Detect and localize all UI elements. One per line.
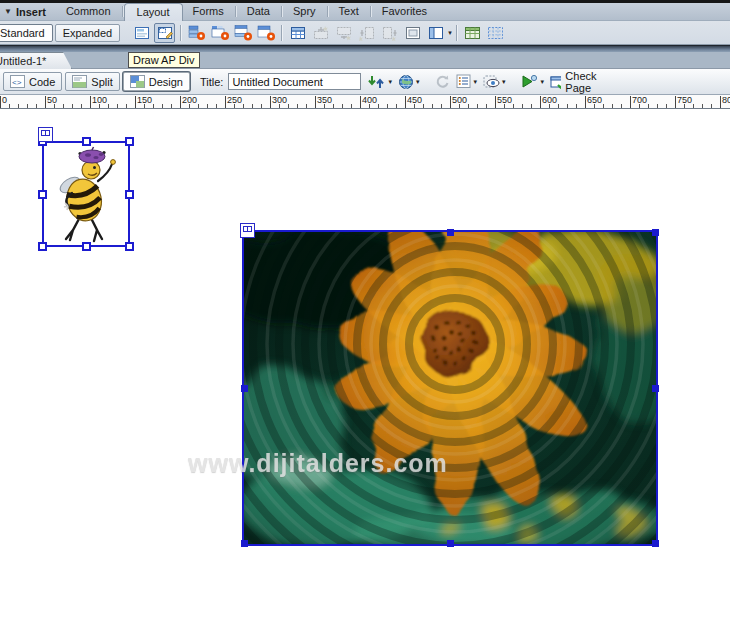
horizontal-ruler[interactable]: 0501001502002503003504004505005506006507… — [0, 95, 730, 109]
ruler-tick — [216, 104, 217, 108]
draw-ap-div-icon[interactable] — [154, 23, 175, 43]
resize-handle-sw[interactable] — [241, 540, 248, 547]
resize-handle-n[interactable] — [82, 137, 91, 146]
ap-div-anchor-handle[interactable] — [240, 223, 255, 238]
visual-aids-icon[interactable]: ▾ — [483, 74, 506, 89]
tab-divider — [281, 6, 282, 17]
ruler-tick — [261, 104, 262, 108]
frames-icon[interactable] — [425, 23, 446, 43]
svg-text:<>: <> — [12, 78, 22, 87]
insert-panel-title: Insert — [16, 6, 46, 18]
frames-dropdown-arrow-icon[interactable]: ▾ — [448, 29, 452, 37]
ruler-tick — [324, 104, 325, 108]
ruler-tick — [108, 104, 109, 108]
toolbar-separator — [180, 25, 181, 41]
ruler-tick — [459, 104, 460, 108]
insert-div-tag-icon[interactable] — [131, 23, 152, 43]
ruler-tick — [342, 104, 343, 108]
dropdown-arrow-icon: ▾ — [416, 78, 420, 86]
standard-mode-button[interactable]: Standard — [0, 24, 53, 42]
resize-handle-ne[interactable] — [125, 137, 134, 146]
preview-in-browser-icon[interactable]: ▾ — [398, 74, 420, 90]
resize-handle-s[interactable] — [82, 242, 91, 251]
tab-divider — [122, 6, 123, 17]
collapse-triangle-icon: ▼ — [4, 7, 12, 16]
resize-handle-ne[interactable] — [652, 229, 659, 236]
check-page-button[interactable]: Check Page — [550, 70, 603, 94]
view-options-icon[interactable]: ▾ — [456, 74, 477, 89]
resize-handle-se[interactable] — [652, 540, 659, 547]
code-label: Code — [29, 76, 55, 88]
title-input[interactable] — [228, 73, 361, 90]
code-view-button[interactable]: <> Code — [3, 72, 62, 91]
resize-handle-e[interactable] — [652, 385, 659, 392]
split-icon — [72, 75, 87, 88]
spry-menu-bar-icon[interactable] — [186, 23, 207, 43]
ruler-tick — [621, 104, 622, 108]
resize-handle-w[interactable] — [241, 385, 248, 392]
spry-collapsible-panel-icon[interactable] — [255, 23, 276, 43]
resize-handle-s[interactable] — [447, 540, 454, 547]
tabular-data-icon[interactable] — [462, 23, 483, 43]
insert-tab-data[interactable]: Data — [237, 3, 280, 20]
file-management-icon[interactable]: ▾ — [367, 74, 392, 90]
flower-ripple-picture — [244, 232, 656, 544]
insert-tab-layout[interactable]: Layout — [124, 3, 183, 22]
code-icon: <> — [10, 75, 25, 88]
validate-markup-icon[interactable]: ▾ — [521, 74, 544, 89]
insert-row-above-icon[interactable] — [310, 23, 331, 43]
ruler-tick — [558, 104, 559, 108]
table-icon[interactable] — [287, 23, 308, 43]
insert-panel-header[interactable]: ▼ Insert — [0, 6, 56, 18]
ruler-tick — [441, 104, 442, 108]
design-canvas[interactable]: www.dijitalders.com — [0, 109, 730, 635]
resize-handle-se[interactable] — [125, 242, 134, 251]
split-view-button[interactable]: Split — [65, 72, 119, 91]
ruler-tick — [54, 104, 55, 108]
ruler-tick — [117, 104, 118, 108]
ruler-tick — [198, 104, 199, 108]
document-tab[interactable]: Untitled-1* — [0, 52, 72, 69]
bee-ap-div[interactable] — [42, 141, 130, 247]
spry-accordion-icon[interactable] — [232, 23, 253, 43]
resize-handle-w[interactable] — [38, 190, 47, 199]
resize-handle-sw[interactable] — [38, 242, 47, 251]
insert-row-below-icon[interactable] — [333, 23, 354, 43]
ruler-tick — [684, 104, 685, 108]
ruler-tick — [603, 104, 604, 108]
design-view-button[interactable]: Design — [123, 72, 190, 91]
ruler-tick — [234, 104, 235, 108]
bee-clipart-image — [44, 143, 128, 245]
resize-handle-e[interactable] — [125, 190, 134, 199]
ruler-tick — [306, 104, 307, 108]
ruler-tick — [36, 104, 37, 108]
ruler-tick — [405, 96, 406, 108]
spry-tabbed-panels-icon[interactable] — [209, 23, 230, 43]
ruler-tick — [576, 104, 577, 108]
ruler-tick — [657, 104, 658, 108]
tab-divider — [235, 6, 236, 17]
ruler-tick — [369, 104, 370, 108]
insert-tab-text[interactable]: Text — [329, 3, 369, 20]
insert-tab-favorites[interactable]: Favorites — [372, 3, 437, 20]
layout-tools: ▾ — [130, 23, 507, 43]
document-tab-strip: Untitled-1* — [0, 52, 730, 69]
resize-handle-n[interactable] — [447, 229, 454, 236]
insert-tab-forms[interactable]: Forms — [183, 3, 234, 20]
ruler-tick — [666, 104, 667, 108]
refresh-icon[interactable] — [435, 74, 450, 89]
insert-tab-spry[interactable]: Spry — [283, 3, 326, 20]
ap-div-anchor-handle[interactable] — [38, 127, 53, 142]
iframe-icon[interactable] — [402, 23, 423, 43]
ruler-tick — [648, 104, 649, 108]
ruler-tick — [297, 104, 298, 108]
insert-column-left-icon[interactable] — [356, 23, 377, 43]
insert-tab-common[interactable]: Common — [56, 3, 121, 20]
expanded-mode-button[interactable]: Expanded — [55, 24, 121, 42]
flower-ripple-image[interactable] — [242, 230, 658, 546]
ruler-tick — [153, 104, 154, 108]
insert-column-right-icon[interactable] — [379, 23, 400, 43]
ruler-tick — [486, 104, 487, 108]
ruler-tick — [45, 96, 46, 108]
layout-grid-icon[interactable] — [485, 23, 506, 43]
